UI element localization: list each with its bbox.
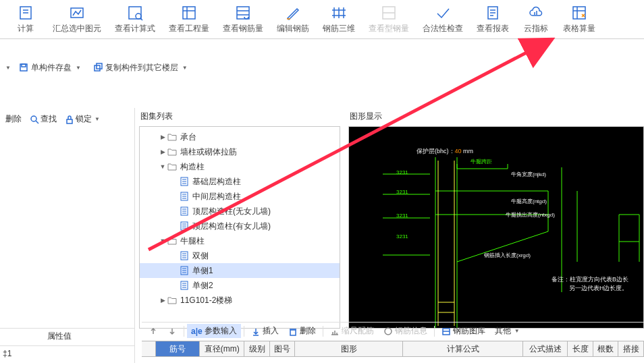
delete-icon <box>288 327 298 336</box>
cloud-index-button[interactable]: 云指标 <box>516 0 556 38</box>
ribbon-label: 查看钢筋量 <box>223 23 263 34</box>
svg-line-6 <box>140 18 142 20</box>
nav-down-button[interactable] <box>163 325 181 337</box>
tree-item[interactable]: 单侧1 <box>140 263 340 278</box>
copy-icon <box>93 63 103 72</box>
tree-item[interactable]: 双侧 <box>140 248 340 263</box>
svg-rect-27 <box>573 7 585 19</box>
column-header[interactable]: 筋号 <box>156 341 200 357</box>
expand-icon[interactable]: ▼ <box>159 238 167 244</box>
ribbon-label: 表格算量 <box>563 23 595 34</box>
find-button[interactable]: 查找 <box>27 112 59 126</box>
document-icon <box>179 250 190 261</box>
svg-rect-7 <box>183 7 195 19</box>
svg-rect-36 <box>67 119 72 123</box>
expand-icon[interactable]: ▶ <box>159 297 167 304</box>
dim-label: 钢筋插入长度(xrgd) <box>484 252 531 259</box>
column-header[interactable]: 级别 <box>244 341 270 357</box>
chevron-down-icon: ▼ <box>76 65 81 71</box>
ribbon-label: 汇总选中图元 <box>53 23 101 34</box>
delete-label: 删除 <box>5 113 22 125</box>
chevron-down-icon: ▼ <box>182 65 188 71</box>
tree-label: 单侧1 <box>192 265 213 277</box>
param-input-button[interactable]: a|e 参数输入 <box>187 324 241 338</box>
view-qty-button[interactable]: 查看工程量 <box>162 0 216 38</box>
legal-check-button[interactable]: 合法性检查 <box>416 0 470 38</box>
sum-selected-button[interactable]: 汇总选中图元 <box>46 0 108 38</box>
atlas-tree[interactable]: ▶承台▶墙柱或砌体拉筋▼构造柱基础层构造柱中间层构造柱顶层构造柱(无女儿墙)顶层… <box>139 126 340 329</box>
column-header[interactable]: 公式描述 <box>523 341 568 357</box>
expand-icon[interactable]: ▶ <box>159 148 167 155</box>
view-report-button[interactable]: 查看报表 <box>470 0 516 38</box>
insert-button[interactable]: 插入 <box>247 324 283 338</box>
view-formula-button[interactable]: 查看计算式 <box>108 0 162 38</box>
document-icon <box>179 206 190 217</box>
column-header[interactable]: 计算公式 <box>403 341 523 357</box>
column-header[interactable]: 图号 <box>270 341 296 357</box>
column-header[interactable]: 直径(mm) <box>200 341 244 357</box>
nav-up-button[interactable] <box>144 325 162 337</box>
copy-floors-label: 复制构件到其它楼层 <box>105 62 178 74</box>
tree-label: 墙柱或砌体拉筋 <box>180 146 237 158</box>
lock-button[interactable]: 锁定 ▼ <box>62 112 103 126</box>
expand-icon[interactable]: ▼ <box>159 163 167 170</box>
tree-item[interactable]: 基础层构造柱 <box>140 174 340 189</box>
dropdown-icon[interactable]: ▼ <box>5 65 11 71</box>
library-icon <box>441 327 451 336</box>
ribbon-label: 云指标 <box>524 23 548 34</box>
search-icon <box>30 115 39 124</box>
tree-item[interactable]: ▼构造柱 <box>140 159 340 174</box>
tree-label: 单侧2 <box>192 280 213 291</box>
calc-button[interactable]: 计算 <box>5 0 46 38</box>
dim-label: 牛腿挑出高度(ntxgd) <box>506 211 555 219</box>
dim-label: 牛腿高度(ntgd) <box>511 198 547 205</box>
ribbon-label: 查看报表 <box>477 23 509 34</box>
ribbon-label: 合法性检查 <box>423 23 463 34</box>
lock-icon <box>65 115 74 124</box>
note-2: 另一边代表H边长度。 <box>569 284 628 293</box>
svg-rect-88 <box>290 330 296 335</box>
column-header[interactable]: 搭接 <box>618 341 644 357</box>
other-button[interactable]: 其他 ▼ <box>491 324 524 338</box>
edit-rebar-button[interactable]: 编辑钢筋 <box>270 0 316 38</box>
info-icon <box>383 327 393 336</box>
svg-rect-33 <box>97 63 102 69</box>
tree-item[interactable]: 中间层构造柱 <box>140 189 340 204</box>
tree-item[interactable]: 顶层构造柱(有女儿墙) <box>140 219 340 233</box>
document-icon <box>179 176 190 187</box>
tree-item[interactable]: ▶11G101-2楼梯 <box>140 293 340 308</box>
folder-icon <box>167 161 178 172</box>
rebar-3d-button[interactable]: 钢筋三维 <box>316 0 362 38</box>
save-single-button[interactable]: 单构件存盘 ▼ <box>15 60 85 76</box>
rebar-lib-button[interactable]: 钢筋图库 <box>437 324 489 338</box>
dim-label: 牛腿跨距 <box>471 158 492 165</box>
tree-item[interactable]: ▶墙柱或砌体拉筋 <box>140 144 340 159</box>
tree-item[interactable]: ▶承台 <box>140 130 340 144</box>
svg-point-90 <box>385 328 392 335</box>
bottom-toolbar: a|e 参数输入 插入 删除 缩尺配筋 钢筋信息 钢筋图库 其他 ▼ <box>142 322 644 339</box>
document-icon <box>179 221 190 231</box>
table-calc-icon <box>571 4 587 22</box>
arrow-down-icon <box>167 327 177 336</box>
column-header[interactable]: 图形 <box>295 341 403 357</box>
tree-item[interactable]: 单侧2 <box>140 278 340 293</box>
column-header[interactable]: 长度 <box>568 341 593 357</box>
copy-floors-button[interactable]: 复制构件到其它楼层 ▼ <box>89 60 192 76</box>
expand-icon[interactable]: ▶ <box>159 134 167 140</box>
folder-icon <box>167 132 178 142</box>
rebar-info-button: 钢筋信息 <box>379 324 431 338</box>
property-row[interactable]: ‡1 <box>0 345 135 360</box>
find-label: 查找 <box>41 113 57 125</box>
tree-item[interactable]: ▼牛腿柱 <box>140 233 340 248</box>
table-calc-button[interactable]: 表格算量 <box>556 0 602 38</box>
view-rebar-button[interactable]: 查看钢筋量 <box>216 0 270 38</box>
ribbon-label: 计算 <box>18 23 34 34</box>
delete-row-button[interactable]: 删除 <box>284 324 320 338</box>
drawing-canvas[interactable]: 保护层(bhc)：40 mm <box>348 126 644 329</box>
svg-rect-4 <box>129 7 141 19</box>
column-header[interactable]: 根数 <box>593 341 619 357</box>
arrow-up-icon <box>149 327 158 336</box>
left-actions: 删除 查找 锁定 ▼ <box>3 112 132 130</box>
tree-item[interactable]: 顶层构造柱(无女儿墙) <box>140 204 340 219</box>
delete-button[interactable]: 删除 <box>3 112 24 126</box>
